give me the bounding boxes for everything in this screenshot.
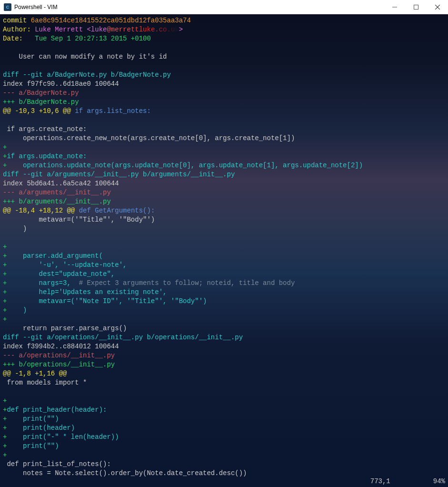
app-icon: C xyxy=(4,3,11,11)
date-line: Date: Tue Sep 1 20:27:13 2015 +0100 xyxy=(3,34,445,43)
diff-context: def print_list_of_notes(): xyxy=(3,460,445,469)
diff-context: metavar=('"Title"', '"Body"') xyxy=(3,215,445,224)
window-title: Powershell - VIM xyxy=(14,4,384,10)
diff-header: diff --git a/BadgerNote.py b/BadgerNote.… xyxy=(3,71,445,80)
blank-line xyxy=(3,43,445,52)
diff-new-file: +++ b/arguments/__init__.py xyxy=(3,197,445,206)
diff-context: if args.create_note: xyxy=(3,125,445,134)
diff-add: + xyxy=(3,243,445,252)
diff-add: +def print_header(header): xyxy=(3,406,445,415)
diff-context: operations.create_new_note(args.create_n… xyxy=(3,134,445,143)
blank-line xyxy=(3,61,445,71)
blank-line xyxy=(3,116,445,125)
diff-add: + print("-" * len(header)) xyxy=(3,433,445,442)
blank-line xyxy=(3,233,445,243)
diff-hunk: @@ -1,8 +1,16 @@ xyxy=(3,369,445,378)
scroll-percent: 94% xyxy=(433,477,445,486)
vim-status-bar: 773,1 94% xyxy=(3,477,445,486)
diff-add: +if args.update_note: xyxy=(3,152,445,161)
diff-add: + metavar=('"Note ID"', '"Title"', '"Bod… xyxy=(3,297,445,306)
diff-old-file: --- a/BadgerNote.py xyxy=(3,89,445,98)
maximize-button[interactable] xyxy=(405,0,427,14)
diff-new-file: +++ b/BadgerNote.py xyxy=(3,98,445,107)
diff-add: + operations.update_note(args.update_not… xyxy=(3,161,445,170)
diff-new-file: +++ b/operations/__init__.py xyxy=(3,360,445,369)
diff-add: + help='Updates an existing note', xyxy=(3,288,445,297)
diff-add: + ) xyxy=(3,306,445,315)
cursor-position: 773,1 xyxy=(370,477,390,486)
diff-context: from models import * xyxy=(3,378,445,387)
diff-context: return parser.parse_args() xyxy=(3,324,445,333)
diff-add: + dest="update_note", xyxy=(3,270,445,279)
diff-old-file: --- a/arguments/__init__.py xyxy=(3,188,445,197)
diff-old-file: --- a/operations/__init__.py xyxy=(3,351,445,360)
diff-header: diff --git a/arguments/__init__.py b/arg… xyxy=(3,170,445,179)
author-line: Author: Luke Merrett <luke@merrettluke.c… xyxy=(3,25,445,34)
svg-rect-1 xyxy=(414,5,418,9)
diff-add: + '-u', '--update-note', xyxy=(3,261,445,270)
terminal-viewport[interactable]: commit 6ae8c9514ce18415522ca051dbd12fa03… xyxy=(0,14,448,487)
diff-hunk: @@ -18,4 +18,12 @@ def GetArguments(): xyxy=(3,206,445,215)
diff-add: + xyxy=(3,396,445,406)
diff-add: + nargs=3, # Expect 3 arguments to follo… xyxy=(3,279,445,288)
blank-line xyxy=(3,387,445,396)
diff-add: + xyxy=(3,143,445,152)
diff-context: ) xyxy=(3,224,445,233)
diff-index: index f3994b2..c884012 100644 xyxy=(3,342,445,351)
commit-line: commit 6ae8c9514ce18415522ca051dbd12fa03… xyxy=(3,16,445,25)
minimize-button[interactable] xyxy=(384,0,405,14)
diff-add: + print("") xyxy=(3,442,445,451)
diff-add: + print(header) xyxy=(3,424,445,433)
diff-add: + print("") xyxy=(3,415,445,424)
diff-hunk: @@ -10,3 +10,6 @@ if args.list_notes: xyxy=(3,107,445,116)
diff-add: + xyxy=(3,315,445,324)
close-button[interactable] xyxy=(427,0,448,14)
diff-index: index f97fc90..6d18ae0 100644 xyxy=(3,80,445,89)
window-titlebar: C Powershell - VIM xyxy=(0,0,448,14)
window-controls xyxy=(384,0,448,14)
diff-header: diff --git a/operations/__init__.py b/op… xyxy=(3,333,445,342)
diff-add: + parser.add_argument( xyxy=(3,252,445,261)
diff-index: index 5bd6a41..6a5ca42 100644 xyxy=(3,179,445,188)
commit-message: User can now modify a note by it's id xyxy=(3,52,445,61)
diff-add: + xyxy=(3,451,445,460)
